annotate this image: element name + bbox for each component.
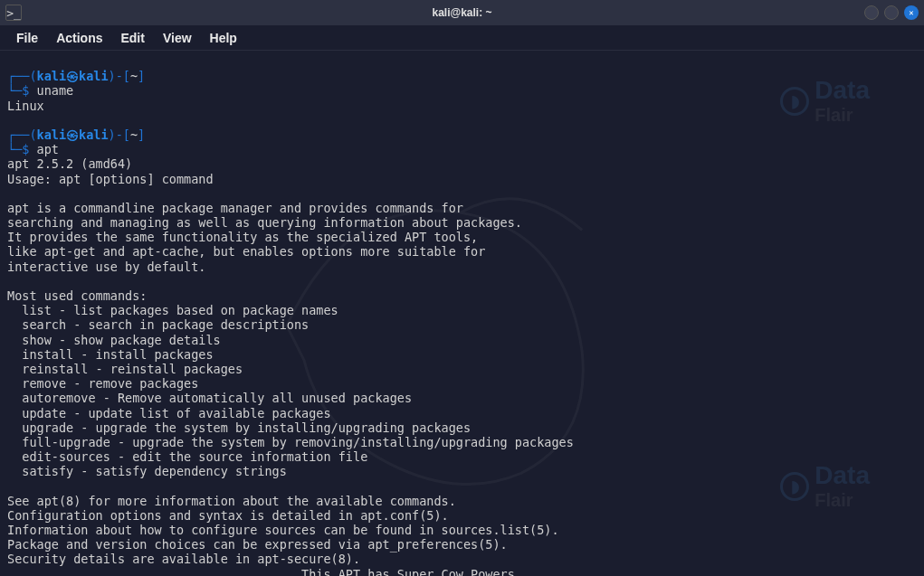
terminal-icon: >_ <box>5 5 22 21</box>
menu-view[interactable]: View <box>156 29 199 47</box>
apt-cmd-show: show - show package details <box>7 333 221 347</box>
menu-edit[interactable]: Edit <box>113 29 151 47</box>
apt-footer: Package and version choices can be expre… <box>7 537 508 552</box>
terminal-content[interactable]: ┌──(kali㉿kali)-[~] └─$ uname Linux ┌──(k… <box>0 51 924 576</box>
apt-cmd-reinstall: reinstall - reinstall packages <box>7 362 243 376</box>
prompt-line2: └─$ <box>7 142 29 156</box>
apt-desc: like apt-get and apt-cache, but enables … <box>7 244 485 259</box>
maximize-button[interactable] <box>884 5 899 20</box>
apt-cmd-edit-sources: edit-sources - edit the source informati… <box>7 449 367 464</box>
prompt-line2: └─$ <box>7 83 29 98</box>
menu-help[interactable]: Help <box>203 29 244 47</box>
output-uname: Linux <box>7 99 44 113</box>
command-apt: apt <box>37 142 59 156</box>
apt-footer: Security details are available in apt-se… <box>7 552 360 566</box>
minimize-button[interactable] <box>864 5 879 20</box>
apt-cmd-install: install - install packages <box>7 347 214 362</box>
close-button[interactable]: ✕ <box>904 5 919 20</box>
apt-version: apt 2.5.2 (amd64) <box>7 156 132 171</box>
menu-file[interactable]: File <box>9 29 45 47</box>
menubar: File Actions Edit View Help <box>0 25 924 51</box>
prompt-line: ┌──(kali㉿kali)-[~] <box>7 69 145 83</box>
apt-cmd-remove: remove - remove packages <box>7 376 198 391</box>
apt-desc: searching and managing as well as queryi… <box>7 215 522 230</box>
apt-desc: apt is a commandline package manager and… <box>7 201 463 215</box>
apt-most-used-header: Most used commands: <box>7 288 147 303</box>
apt-cmd-upgrade: upgrade - upgrade the system by installi… <box>7 420 471 435</box>
window-title: kali@kali: ~ <box>432 6 491 19</box>
apt-footer: Configuration options and syntax is deta… <box>7 508 449 523</box>
apt-usage: Usage: apt [options] command <box>7 172 214 186</box>
apt-cmd-update: update - update list of available packag… <box>7 406 331 420</box>
command-uname: uname <box>37 83 74 98</box>
apt-cmd-search: search - search in package descriptions <box>7 317 309 332</box>
apt-desc: interactive use by default. <box>7 260 205 274</box>
titlebar: >_ kali@kali: ~ ✕ <box>0 0 924 25</box>
apt-cow-powers: This APT has Super Cow Powers. <box>7 567 522 576</box>
apt-footer: See apt(8) for more information about th… <box>7 494 456 508</box>
apt-cmd-list: list - list packages based on package na… <box>7 303 338 317</box>
apt-desc: It provides the same functionality as th… <box>7 230 478 244</box>
window-controls: ✕ <box>864 5 919 20</box>
apt-cmd-full-upgrade: full-upgrade - upgrade the system by rem… <box>7 435 574 449</box>
menu-actions[interactable]: Actions <box>49 29 110 47</box>
apt-cmd-satisfy: satisfy - satisfy dependency strings <box>7 464 287 478</box>
prompt-line: ┌──(kali㉿kali)-[~] <box>7 127 145 142</box>
apt-cmd-autoremove: autoremove - Remove automatically all un… <box>7 391 412 405</box>
apt-footer: Information about how to configure sourc… <box>7 523 559 537</box>
